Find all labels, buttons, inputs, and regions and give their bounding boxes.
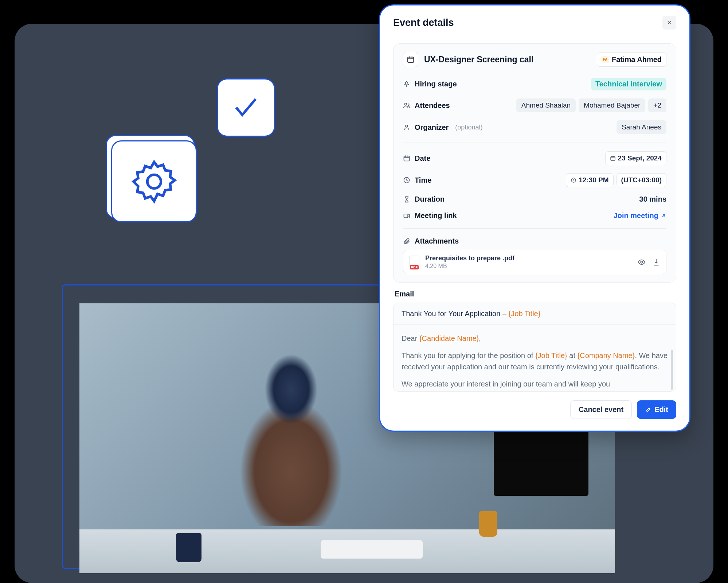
scrollbar[interactable] — [671, 350, 673, 390]
calendar-icon — [403, 52, 418, 67]
email-section-label: Email — [395, 290, 675, 298]
svg-rect-4 — [404, 156, 410, 161]
attendees-label: Attendees — [415, 101, 450, 110]
pdf-icon: PDF — [409, 256, 420, 269]
date-icon — [403, 155, 410, 162]
clock-icon — [403, 176, 410, 184]
svg-point-3 — [406, 125, 408, 127]
gear-icon — [129, 156, 180, 207]
hourglass-icon — [403, 196, 410, 203]
cancel-event-button[interactable]: Cancel event — [570, 400, 632, 419]
gear-card — [111, 140, 197, 222]
email-subject-text: Thank You for Your Application – — [402, 310, 509, 318]
event-summary-section: UX-Designer Screening call FA Fatima Ahm… — [393, 43, 676, 283]
event-details-modal: Event details UX-Designer Screening call… — [379, 4, 690, 432]
candidate-avatar: FA — [602, 56, 609, 63]
svg-point-9 — [641, 261, 643, 263]
stage-label: Hiring stage — [415, 80, 457, 88]
checkmark-icon — [231, 93, 261, 122]
email-preview: Thank You for Your Application – {Job Ti… — [393, 303, 676, 392]
duration-label: Duration — [415, 195, 445, 203]
candidate-chip[interactable]: FA Fatima Ahmed — [597, 53, 666, 67]
time-value[interactable]: 12:30 PM — [566, 173, 613, 187]
stage-value: Technical interview — [591, 78, 666, 90]
video-icon — [403, 212, 410, 219]
svg-rect-5 — [611, 156, 615, 160]
preview-icon[interactable] — [638, 258, 646, 266]
paperclip-icon — [403, 238, 410, 245]
attendee-chip[interactable]: Mohamed Bajaber — [579, 98, 645, 112]
modal-title: Event details — [393, 17, 454, 28]
time-label: Time — [415, 176, 431, 184]
download-icon[interactable] — [652, 258, 660, 266]
svg-rect-8 — [404, 214, 408, 218]
arrow-icon — [661, 213, 666, 219]
candidate-name: Fatima Ahmed — [612, 55, 662, 64]
attachments-label: Attachments — [415, 237, 459, 245]
email-subject-token: {Job Title} — [509, 310, 541, 318]
close-icon — [666, 20, 672, 26]
attachment-row: PDF Prerequisites to prepare .pdf 4.20 M… — [403, 250, 666, 274]
checkmark-card — [217, 78, 275, 137]
date-label: Date — [415, 154, 430, 163]
timezone-value[interactable]: (UTC+03:00) — [617, 173, 666, 187]
svg-point-2 — [405, 103, 407, 105]
person-icon — [403, 124, 410, 131]
attachment-size: 4.20 MB — [425, 263, 633, 269]
organizer-optional: (optional) — [455, 124, 482, 131]
join-meeting-link[interactable]: Join meeting — [614, 211, 666, 220]
svg-point-0 — [147, 175, 161, 188]
organizer-value[interactable]: Sarah Anees — [617, 120, 666, 134]
edit-button[interactable]: Edit — [637, 400, 676, 419]
svg-rect-1 — [408, 57, 414, 63]
meeting-label: Meeting link — [415, 211, 457, 220]
attendee-chip[interactable]: Ahmed Shaalan — [516, 98, 576, 112]
organizer-label: Organizer — [415, 123, 449, 132]
edit-icon — [645, 407, 651, 413]
attendee-more[interactable]: +2 — [648, 98, 666, 112]
attachment-name: Prerequisites to prepare .pdf — [425, 254, 633, 262]
event-title: UX-Designer Screening call — [424, 55, 591, 65]
close-button[interactable] — [662, 16, 676, 30]
people-icon — [403, 102, 410, 109]
date-value[interactable]: 23 Sept, 2024 — [605, 151, 666, 165]
pin-icon — [403, 81, 410, 88]
duration-value: 30 mins — [639, 195, 666, 203]
